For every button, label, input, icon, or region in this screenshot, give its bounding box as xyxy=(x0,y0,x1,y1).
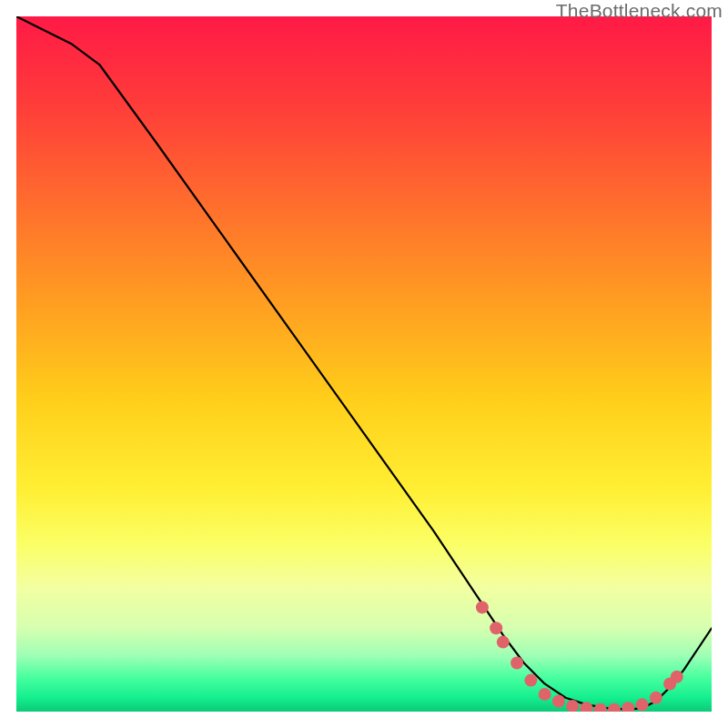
data-point-marker xyxy=(650,692,662,704)
data-point-marker xyxy=(671,671,683,683)
curve-layer xyxy=(16,16,712,710)
bottleneck-curve-path xyxy=(16,16,712,710)
data-point-marker xyxy=(622,702,634,712)
data-point-marker xyxy=(524,674,537,687)
data-point-marker xyxy=(476,601,489,613)
data-point-marker xyxy=(539,688,551,701)
data-point-marker xyxy=(636,698,649,711)
marker-layer xyxy=(476,601,683,712)
watermark-text: TheBottleneck.com xyxy=(556,0,723,22)
chart-canvas: TheBottleneck.com xyxy=(0,0,728,728)
data-point-marker xyxy=(497,636,510,649)
data-point-marker xyxy=(552,695,565,708)
data-point-marker xyxy=(511,657,523,670)
data-point-marker xyxy=(490,622,502,634)
plot-svg xyxy=(16,16,712,712)
data-point-marker xyxy=(608,703,621,712)
data-point-marker xyxy=(594,703,607,712)
